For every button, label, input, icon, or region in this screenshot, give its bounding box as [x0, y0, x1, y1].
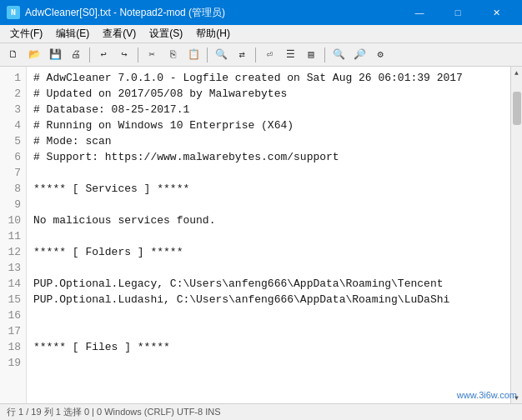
- title-bar-left: N AdwCleaner[S0].txt - Notepad2-mod (管理员…: [7, 6, 225, 20]
- title-bar: N AdwCleaner[S0].txt - Notepad2-mod (管理员…: [0, 0, 522, 25]
- line-content: [33, 165, 504, 181]
- tb-open[interactable]: 📂: [24, 46, 44, 64]
- line-number: 3: [0, 102, 26, 118]
- line-number: 12: [0, 244, 26, 260]
- tb-settings[interactable]: ⚙: [370, 46, 390, 64]
- toolbar-sep-1: [89, 48, 90, 62]
- tb-save[interactable]: 💾: [45, 46, 65, 64]
- tb-new[interactable]: 🗋: [3, 46, 23, 64]
- line-number: 14: [0, 276, 26, 292]
- line-content: [33, 197, 504, 212]
- tb-redo[interactable]: ↪: [114, 46, 134, 64]
- line-number: 16: [0, 308, 26, 323]
- line-content: ***** [ Files ] *****: [33, 339, 504, 355]
- line-content: [33, 355, 504, 371]
- watermark: www.3i6w.com: [457, 390, 517, 400]
- line-number: 15: [0, 292, 26, 308]
- toolbar: 🗋 📂 💾 🖨 ↩ ↪ ✂ ⎘ 📋 🔍 ⇄ ⏎ ☰ ▤ 🔍 🔎 ⚙: [0, 43, 522, 67]
- line-number: 19: [0, 355, 26, 371]
- minimize-button[interactable]: —: [400, 0, 439, 25]
- tb-print[interactable]: 🖨: [66, 46, 86, 64]
- toolbar-sep-2: [138, 48, 138, 62]
- line-number: 13: [0, 260, 26, 276]
- tb-view2[interactable]: ▤: [301, 46, 321, 64]
- tb-view1[interactable]: ☰: [280, 46, 300, 64]
- tb-zoom-in[interactable]: 🔍: [329, 46, 349, 64]
- line-content: PUP.Optional.Ludashi, C:\Users\anfeng666…: [33, 292, 504, 308]
- tb-wordwrap[interactable]: ⏎: [259, 46, 279, 64]
- toolbar-sep-5: [324, 48, 325, 62]
- menu-view[interactable]: 查看(V): [96, 25, 143, 42]
- line-content: ***** [ Folders ] *****: [33, 244, 504, 260]
- line-number: 18: [0, 339, 26, 355]
- line-number: 7: [0, 165, 26, 181]
- line-number: 10: [0, 212, 26, 228]
- line-number: 9: [0, 197, 26, 212]
- line-number: 6: [0, 149, 26, 165]
- menu-help[interactable]: 帮助(H): [189, 25, 237, 42]
- menu-settings[interactable]: 设置(S): [143, 25, 189, 42]
- scroll-up-arrow[interactable]: ▲: [511, 67, 523, 78]
- tb-paste[interactable]: 📋: [183, 46, 203, 64]
- maximize-button[interactable]: □: [439, 0, 477, 25]
- line-content: [33, 228, 504, 244]
- toolbar-sep-3: [207, 48, 208, 62]
- line-content: # Database: 08-25-2017.1: [33, 102, 504, 118]
- line-number: 11: [0, 228, 26, 244]
- title-buttons: — □ ✕: [400, 0, 515, 25]
- line-number: 8: [0, 181, 26, 197]
- tb-zoom-out[interactable]: 🔎: [349, 46, 369, 64]
- menu-bar: 文件(F) 编辑(E) 查看(V) 设置(S) 帮助(H): [0, 25, 522, 43]
- line-content: [33, 323, 504, 339]
- line-content: # Mode: scan: [33, 133, 504, 149]
- menu-edit[interactable]: 编辑(E): [49, 25, 96, 42]
- status-bar: 行 1 / 19 列 1 选择 0 | 0 Windows (CRLF) UTF…: [0, 403, 522, 420]
- title-text: AdwCleaner[S0].txt - Notepad2-mod (管理员): [25, 6, 225, 20]
- line-numbers: 12345678910111213141516171819: [0, 67, 27, 403]
- tb-undo[interactable]: ↩: [93, 46, 113, 64]
- app-icon: N: [7, 6, 20, 19]
- tb-find[interactable]: 🔍: [211, 46, 231, 64]
- editor-content[interactable]: # AdwCleaner 7.0.1.0 - Logfile created o…: [27, 67, 510, 403]
- close-button[interactable]: ✕: [477, 0, 515, 25]
- tb-cut[interactable]: ✂: [142, 46, 162, 64]
- scrollbar-vertical[interactable]: ▲ ▼: [510, 67, 522, 403]
- line-content: # Running on Windows 10 Enterprise (X64): [33, 118, 504, 133]
- menu-file[interactable]: 文件(F): [3, 25, 49, 42]
- toolbar-sep-4: [255, 48, 256, 62]
- scroll-thumb[interactable]: [513, 92, 521, 125]
- tb-replace[interactable]: ⇄: [232, 46, 252, 64]
- line-content: # AdwCleaner 7.0.1.0 - Logfile created o…: [33, 70, 504, 86]
- line-content: [33, 260, 504, 276]
- line-content: [33, 308, 504, 323]
- line-number: 2: [0, 86, 26, 102]
- line-number: 5: [0, 133, 26, 149]
- line-content: PUP.Optional.Legacy, C:\Users\anfeng666\…: [33, 276, 504, 292]
- line-content: No malicious services found.: [33, 212, 504, 228]
- line-content: # Updated on 2017/05/08 by Malwarebytes: [33, 86, 504, 102]
- line-content: ***** [ Services ] *****: [33, 181, 504, 197]
- line-content: # Support: https://www.malwarebytes.com/…: [33, 149, 504, 165]
- editor-container: 12345678910111213141516171819 # AdwClean…: [0, 67, 522, 403]
- line-number: 4: [0, 118, 26, 133]
- line-number: 1: [0, 70, 26, 86]
- line-number: 17: [0, 323, 26, 339]
- status-info: 行 1 / 19 列 1 选择 0 | 0 Windows (CRLF) UTF…: [7, 406, 221, 418]
- tb-copy[interactable]: ⎘: [163, 46, 183, 64]
